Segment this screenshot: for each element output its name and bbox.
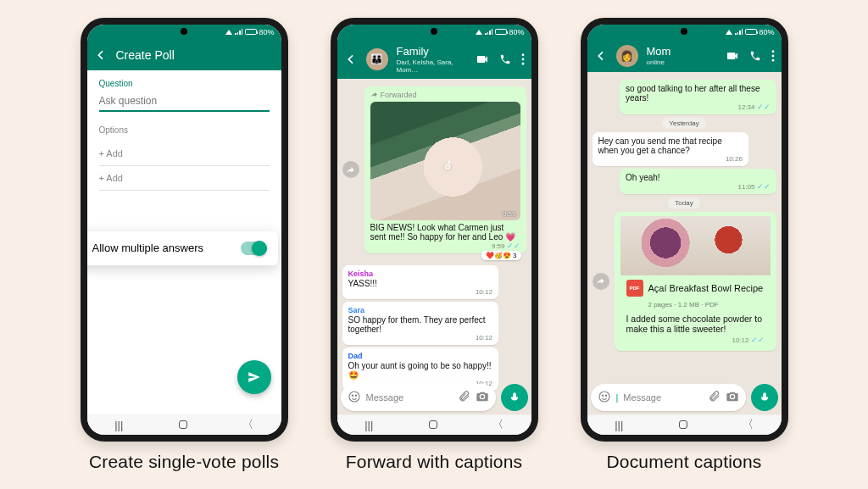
caption-1: Create single-vote polls — [81, 452, 288, 472]
message-text: SO happy for them. They are perfect toge… — [348, 315, 492, 334]
document-thumbnail — [620, 216, 771, 275]
voice-call-icon[interactable] — [749, 50, 761, 62]
chat-header[interactable]: 👪 Family Dad, Keisha, Sara, Mom… — [337, 40, 531, 79]
camera-icon[interactable] — [726, 390, 739, 405]
read-ticks-icon: ✓✓ — [757, 182, 771, 191]
pdf-icon: PDF — [626, 280, 643, 297]
forward-share-icon[interactable] — [342, 161, 359, 178]
svg-point-9 — [599, 392, 609, 402]
camera-hole — [181, 28, 187, 35]
outgoing-message[interactable]: so good talking to her after all these y… — [620, 80, 776, 114]
chat-title: Family — [397, 45, 467, 58]
svg-point-5 — [355, 395, 356, 396]
ring-photo[interactable]: 9:59 — [370, 102, 520, 220]
chat-body: Forwarded 9:59 BIG NEWS! Look what Carme… — [337, 79, 531, 414]
video-call-icon[interactable] — [476, 53, 489, 66]
nav-home-icon[interactable] — [179, 420, 187, 429]
chat-body: so good talking to her after all these y… — [587, 72, 782, 414]
battery-indicator: 80% — [745, 28, 774, 36]
send-poll-button[interactable] — [237, 360, 271, 394]
outgoing-message[interactable]: Oh yeah!11:05✓✓ — [620, 169, 776, 194]
caption-text: BIG NEWS! Look what Carmen just sent me!… — [370, 223, 520, 242]
nav-home-icon[interactable] — [429, 420, 437, 429]
message-input[interactable]: Message — [341, 384, 496, 411]
emoji-icon[interactable] — [348, 390, 361, 405]
date-separator: Yesterday — [662, 118, 705, 129]
back-arrow-icon[interactable] — [594, 49, 608, 63]
android-navbar: ||| 〈 — [337, 414, 531, 435]
incoming-message[interactable]: KeishaYASS!!!10:12 — [342, 265, 498, 299]
svg-point-10 — [602, 395, 603, 396]
more-menu-icon[interactable] — [771, 50, 775, 62]
camera-icon[interactable] — [476, 390, 489, 405]
group-avatar[interactable]: 👪 — [366, 48, 388, 70]
nav-back-icon[interactable]: 〈 — [242, 417, 253, 432]
nav-recents-icon[interactable]: ||| — [114, 419, 123, 431]
svg-point-4 — [352, 395, 353, 396]
add-option-2[interactable]: + Add — [99, 166, 270, 191]
forwarded-label: Forwarded — [370, 91, 520, 99]
nav-recents-icon[interactable]: ||| — [364, 419, 373, 431]
emoji-icon[interactable] — [598, 390, 611, 405]
phone-poll: 80% Create Poll Question Options + Add +… — [81, 18, 288, 442]
wifi-icon — [476, 30, 482, 35]
chat-header[interactable]: 👩 Mom online — [587, 40, 782, 72]
sender-name: Dad — [348, 352, 492, 360]
caption-3: Document captions — [581, 452, 788, 472]
caption-2: Forward with captions — [331, 452, 538, 472]
forwarded-image-message[interactable]: Forwarded 9:59 BIG NEWS! Look what Carme… — [364, 86, 526, 253]
reactions-pill[interactable]: ❤️🥳😍 3 — [481, 251, 521, 260]
poll-title: Create Poll — [116, 48, 275, 62]
more-menu-icon[interactable] — [521, 53, 525, 65]
forward-share-icon[interactable] — [593, 273, 609, 290]
nav-back-icon[interactable]: 〈 — [492, 417, 504, 432]
android-navbar: ||| 〈 — [587, 414, 782, 435]
battery-indicator: 80% — [495, 28, 524, 36]
nav-back-icon[interactable]: 〈 — [743, 417, 754, 432]
incoming-message[interactable]: SaraSO happy for them. They are perfect … — [342, 302, 498, 345]
contact-avatar[interactable]: 👩 — [616, 45, 638, 67]
message-text: Hey can you send me that recipe when you… — [598, 136, 722, 155]
message-text: Oh your aunt is going to be so happy!! 🤩 — [348, 361, 492, 380]
nav-home-icon[interactable] — [679, 420, 687, 429]
voice-record-button[interactable] — [501, 384, 528, 411]
message-time: 10:12 — [353, 334, 492, 342]
svg-point-1 — [521, 58, 524, 60]
sender-name: Sara — [348, 306, 492, 314]
message-text: Oh yeah! — [626, 173, 660, 182]
message-input-bar: Message — [341, 384, 528, 411]
multiple-answers-toggle[interactable] — [241, 242, 266, 255]
message-input[interactable]: | Message — [591, 384, 746, 411]
message-time: 12:34✓✓ — [631, 103, 770, 111]
document-title: Açaí Breakfast Bowl Recipe — [648, 283, 764, 293]
back-arrow-icon[interactable] — [344, 53, 358, 66]
svg-point-8 — [771, 58, 774, 61]
wifi-icon — [726, 30, 732, 35]
android-navbar: ||| 〈 — [87, 414, 281, 435]
add-option-1[interactable]: + Add — [99, 142, 270, 166]
incoming-message[interactable]: Hey can you send me that recipe when you… — [593, 132, 748, 166]
nav-recents-icon[interactable]: ||| — [615, 419, 623, 431]
document-message[interactable]: PDFAçaí Breakfast Bowl Recipe2 pages · 1… — [615, 212, 776, 351]
svg-point-0 — [521, 53, 524, 56]
battery-percent: 80% — [259, 28, 274, 36]
chat-subtitle: online — [647, 58, 717, 66]
battery-indicator: 80% — [245, 28, 274, 36]
voice-call-icon[interactable] — [499, 53, 511, 65]
toggle-label: Allow multiple answers — [92, 242, 204, 254]
back-arrow-icon[interactable] — [94, 48, 108, 62]
message-text: so good talking to her after all these y… — [626, 84, 760, 103]
voice-record-button[interactable] — [751, 384, 778, 411]
options-label: Options — [99, 125, 270, 135]
phone-mom-chat: 80% 👩 Mom online so good talking to her … — [581, 18, 788, 442]
video-call-icon[interactable] — [726, 49, 739, 63]
question-input[interactable] — [99, 92, 270, 112]
question-label: Question — [99, 79, 270, 88]
attach-icon[interactable] — [458, 390, 470, 404]
document-meta: 2 pages · 1.2 MB · PDF — [620, 301, 771, 311]
svg-point-3 — [349, 392, 359, 402]
poll-header: Create Poll — [87, 40, 281, 70]
svg-point-2 — [521, 62, 524, 64]
attach-icon[interactable] — [708, 390, 721, 404]
poll-body: Question Options + Add + Add Allow multi… — [87, 70, 281, 414]
